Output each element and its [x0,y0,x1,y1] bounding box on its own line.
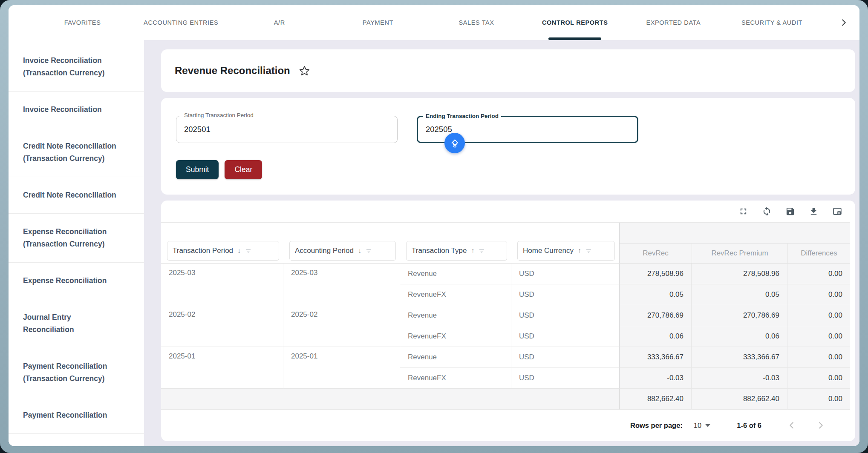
chevron-left-icon [787,421,796,430]
header-revrec-premium: RevRec Premium [692,243,787,263]
starting-transaction-period-field[interactable]: Starting Transaction Period 202501 [176,116,398,143]
rows-per-page-select[interactable]: 10 [694,421,710,430]
chevron-right-icon [816,421,825,430]
cell-accounting-period: 2025-01 [283,347,400,389]
tab-payment[interactable]: PAYMENT [329,5,427,40]
filter-fields: Starting Transaction Period 202501 Endin… [176,116,840,143]
form-buttons: Submit Clear [176,160,840,179]
tab-control-reports[interactable]: CONTROL REPORTS [526,5,624,40]
cell-home-currency: USD [511,368,619,389]
save-floppy-icon [785,206,795,216]
filter-icon[interactable] [479,248,485,254]
manage-columns-button[interactable] [832,206,842,217]
sidebar-item-credit-note-reconciliation-tc[interactable]: Credit Note Reconciliation (Transaction … [9,128,144,177]
cell-home-currency: USD [511,347,619,368]
save-button[interactable] [785,206,795,216]
sidebar-item-expense-reconciliation-tc[interactable]: Expense Reconciliation (Transaction Curr… [9,214,144,263]
sort-transaction-period[interactable]: Transaction Period ↓ [167,241,279,261]
download-button[interactable] [809,206,819,216]
cell-transaction-period: 2025-01 [161,347,283,389]
sidebar-item-expense-reconciliation[interactable]: Expense Reconciliation [9,263,144,299]
next-page-button[interactable] [816,421,825,430]
total-row-spacer [161,389,619,410]
tab-security-audit[interactable]: SECURITY & AUDIT [723,5,821,40]
sidebar-item-partial[interactable] [9,434,144,446]
cell-differences: 0.00 [787,347,850,368]
sidebar-item-invoice-reconciliation-tc[interactable]: Invoice Reconciliation (Transaction Curr… [9,40,144,92]
filter-icon[interactable] [585,248,592,254]
sidebar-item-payment-reconciliation-tc[interactable]: Payment Reconciliation (Transaction Curr… [9,348,144,397]
cell-accounting-period: 2025-02 [283,305,400,347]
header-cell-accounting-period: Accounting Period ↓ [283,223,400,263]
header-label: Accounting Period [295,247,354,255]
favorite-star-button[interactable] [299,65,310,77]
window-frame: FAVORITES ACCOUNTING ENTRIES A/R PAYMENT… [0,0,868,453]
shift-key-icon [449,138,461,149]
table-body: 2025-03 2025-03 Revenue USD 278,508.96 2… [161,264,850,410]
pagination-bar: Rows per page: 10 1-6 of 6 [161,410,850,441]
tab-ar[interactable]: A/R [230,5,329,40]
tabs-overflow-button[interactable] [839,5,848,40]
starting-transaction-period-label: Starting Transaction Period [182,112,256,118]
cell-revrec: 278,508.96 [619,264,691,284]
cell-transaction-type: Revenue [400,347,511,368]
header-differences: Differences [787,243,850,263]
tab-favorites[interactable]: FAVORITES [33,5,132,40]
dropdown-caret-icon [705,424,710,427]
cell-home-currency: USD [511,326,619,347]
cell-accounting-period: 2025-03 [283,264,400,305]
sidebar-item-credit-note-reconciliation[interactable]: Credit Note Reconciliation [9,177,144,214]
cell-revrec: 0.06 [619,326,691,347]
header-cell-transaction-period: Transaction Period ↓ [161,223,283,263]
header-label: Transaction Type [412,247,467,255]
ending-transaction-period-label: Ending Transaction Period [423,113,501,119]
shift-click-indicator [444,133,465,153]
table-header: Transaction Period ↓ Accounting Period ↓ [161,223,850,264]
cell-home-currency: USD [511,264,619,284]
cell-revrec-premium: 0.05 [691,284,787,305]
header-cell-transaction-type: Transaction Type ↑ [400,223,511,263]
sidebar-item-journal-entry-reconciliation[interactable]: Journal Entry Reconciliation [9,299,144,348]
cell-revrec-premium: -0.03 [691,368,787,389]
report-list-sidebar: Invoice Reconciliation (Transaction Curr… [9,40,144,446]
header-label: Transaction Period [173,247,233,255]
sort-home-currency[interactable]: Home Currency ↑ [517,241,615,261]
app-window: FAVORITES ACCOUNTING ENTRIES A/R PAYMENT… [9,5,859,446]
ending-transaction-period-field[interactable]: Ending Transaction Period 202505 [417,116,638,143]
header-label: Home Currency [523,247,574,255]
tab-sales-tax[interactable]: SALES TAX [427,5,526,40]
previous-page-button[interactable] [787,421,796,430]
cell-revrec-premium: 270,786.69 [691,305,787,326]
rows-per-page-label: Rows per page: [630,421,683,430]
fullscreen-button[interactable] [738,206,748,216]
pagination-nav [787,421,825,430]
sort-accounting-period[interactable]: Accounting Period ↓ [289,241,396,261]
chevron-right-icon [839,18,848,27]
submit-button[interactable]: Submit [176,160,219,179]
total-differences: 0.00 [787,389,850,410]
cell-revrec-premium: 0.06 [691,326,787,347]
cell-home-currency: USD [511,284,619,305]
filter-icon[interactable] [245,248,251,254]
total-revrec: 882,662.40 [619,389,691,410]
cell-transaction-type: Revenue [400,264,511,284]
filter-icon[interactable] [366,248,372,254]
top-tab-bar: FAVORITES ACCOUNTING ENTRIES A/R PAYMENT… [9,5,859,40]
refresh-sync-icon [762,206,772,216]
star-outline-icon [299,65,310,77]
cell-differences: 0.00 [787,305,850,326]
cell-transaction-type: Revenue [400,305,511,326]
tab-accounting-entries[interactable]: ACCOUNTING ENTRIES [132,5,230,40]
tab-exported-data[interactable]: EXPORTED DATA [624,5,723,40]
clear-button[interactable]: Clear [225,160,262,179]
fullscreen-icon [738,206,748,216]
sidebar-item-invoice-reconciliation[interactable]: Invoice Reconciliation [9,92,144,128]
sort-transaction-type[interactable]: Transaction Type ↑ [406,241,507,261]
refresh-button[interactable] [762,206,772,216]
sort-desc-icon: ↓ [237,247,241,255]
cell-differences: 0.00 [787,368,850,389]
header-cell-home-currency: Home Currency ↑ [511,223,619,263]
sidebar-item-payment-reconciliation[interactable]: Payment Reconciliation [9,397,144,434]
cell-transaction-type: RevenueFX [400,326,511,347]
ending-transaction-period-value: 202505 [426,125,452,134]
